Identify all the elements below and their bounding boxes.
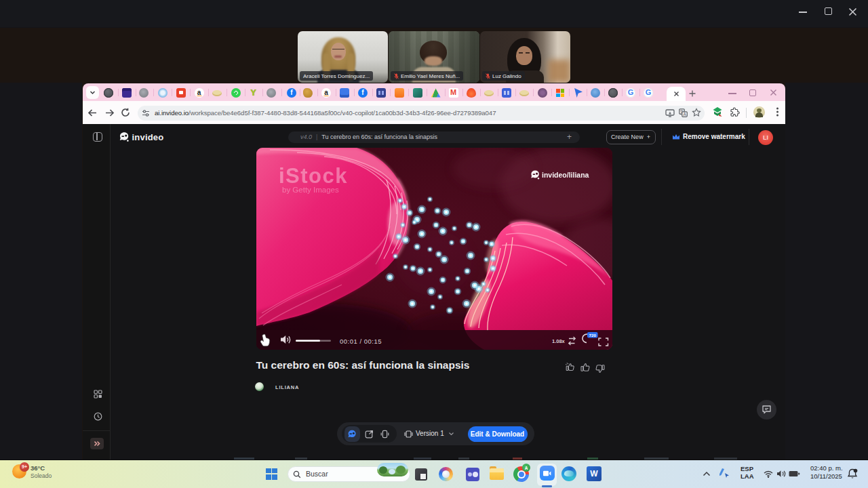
svg-text:00:01 / 00:15: 00:01 / 00:15 xyxy=(340,338,382,345)
svg-text:A: A xyxy=(683,112,686,117)
svg-text:720: 720 xyxy=(589,333,596,338)
svg-text:iStock: iStock xyxy=(279,164,348,188)
svg-text:1.08x: 1.08x xyxy=(552,338,566,344)
svg-text:invideo/liliana: invideo/liliana xyxy=(542,171,589,179)
svg-text:by Getty Images: by Getty Images xyxy=(282,186,339,194)
